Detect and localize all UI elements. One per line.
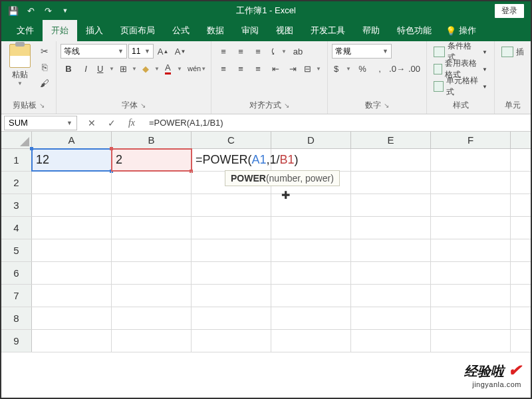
row-header-9[interactable]: 9: [1, 330, 32, 352]
cell-B4[interactable]: [112, 217, 192, 239]
align-top-button[interactable]: ≡: [215, 44, 231, 59]
increase-decimal-button[interactable]: .0→: [389, 61, 405, 76]
format-painter-button[interactable]: 🖌: [37, 76, 52, 90]
tab-data[interactable]: 数据: [198, 20, 233, 41]
paste-button[interactable]: 粘贴 ▼: [5, 44, 35, 98]
cell-A2[interactable]: [32, 172, 112, 194]
column-header-D[interactable]: D: [271, 132, 351, 148]
cell-B2[interactable]: [112, 172, 192, 194]
row-header-7[interactable]: 7: [1, 285, 32, 307]
row-header-4[interactable]: 4: [1, 217, 32, 239]
cell-F3[interactable]: [431, 194, 511, 216]
cell-D5[interactable]: [271, 239, 351, 261]
cell-B7[interactable]: [112, 285, 192, 307]
row-header-1[interactable]: 1: [1, 149, 32, 171]
row-header-2[interactable]: 2: [1, 172, 32, 194]
orientation-button[interactable]: ⤹▼: [267, 44, 289, 59]
insert-cells-button[interactable]: 插: [499, 44, 527, 60]
cell-F6[interactable]: [431, 262, 511, 284]
cell-C8[interactable]: [192, 307, 271, 329]
tab-home[interactable]: 开始: [43, 20, 77, 41]
cell-D7[interactable]: [271, 285, 351, 307]
cell-A1[interactable]: 12: [32, 149, 112, 171]
cell-A3[interactable]: [32, 194, 112, 216]
cell-styles-button[interactable]: 单元格样式▼: [431, 78, 490, 94]
cell-E1[interactable]: [351, 149, 431, 171]
cell-F9[interactable]: [431, 330, 511, 352]
row-header-6[interactable]: 6: [1, 262, 32, 284]
login-button[interactable]: 登录: [495, 4, 524, 18]
cell-D3[interactable]: [271, 194, 351, 216]
tab-special[interactable]: 特色功能: [388, 20, 440, 41]
tab-page-layout[interactable]: 页面布局: [112, 20, 164, 41]
align-center-button[interactable]: ≡: [233, 61, 249, 76]
decrease-indent-button[interactable]: ⇤: [267, 61, 283, 76]
redo-icon[interactable]: ↷: [41, 4, 55, 17]
percent-button[interactable]: %: [354, 61, 370, 76]
align-bottom-button[interactable]: ≡: [250, 44, 266, 59]
tab-formulas[interactable]: 公式: [164, 20, 198, 41]
cancel-formula-button[interactable]: ✕: [84, 118, 100, 128]
bold-button[interactable]: B: [61, 61, 76, 76]
border-button[interactable]: ⊞▼: [118, 61, 139, 76]
cell-C4[interactable]: [192, 217, 271, 239]
tab-developer[interactable]: 开发工具: [302, 20, 354, 41]
tab-review[interactable]: 审阅: [233, 20, 267, 41]
cell-F2[interactable]: [431, 172, 511, 194]
align-middle-button[interactable]: ≡: [233, 44, 249, 59]
italic-button[interactable]: I: [78, 61, 94, 76]
dialog-launcher-icon[interactable]: ↘: [140, 102, 146, 109]
cell-C7[interactable]: [192, 285, 271, 307]
cell-F8[interactable]: [431, 307, 511, 329]
cell-E7[interactable]: [351, 285, 431, 307]
cell-D4[interactable]: [271, 217, 351, 239]
align-right-button[interactable]: ≡: [250, 61, 266, 76]
cell-A8[interactable]: [32, 307, 112, 329]
increase-font-button[interactable]: A▲: [155, 44, 171, 59]
font-name-combo[interactable]: 等线▼: [61, 44, 127, 59]
insert-function-button[interactable]: fx: [124, 118, 140, 128]
cell-C1[interactable]: =POWER(A1,1/B1) POWER(number, power) ✚: [192, 149, 271, 171]
dialog-launcher-icon[interactable]: ↘: [284, 102, 289, 109]
name-box[interactable]: SUM ▼: [4, 116, 77, 130]
decrease-font-button[interactable]: A▼: [172, 44, 188, 59]
cell-D9[interactable]: [271, 330, 351, 352]
cell-E2[interactable]: [351, 172, 431, 194]
cell-F7[interactable]: [431, 285, 511, 307]
dialog-launcher-icon[interactable]: ↘: [39, 102, 45, 109]
cell-A4[interactable]: [32, 217, 112, 239]
dialog-launcher-icon[interactable]: ↘: [384, 102, 389, 109]
cell-A6[interactable]: [32, 262, 112, 284]
cell-F5[interactable]: [431, 239, 511, 261]
align-left-button[interactable]: ≡: [215, 61, 231, 76]
qat-dropdown-icon[interactable]: ▼: [59, 4, 72, 17]
select-all-button[interactable]: [1, 132, 32, 148]
column-header-A[interactable]: A: [32, 132, 112, 148]
tab-view[interactable]: 视图: [267, 20, 302, 41]
cell-E4[interactable]: [351, 217, 431, 239]
tell-me-search[interactable]: 💡 操作: [440, 20, 481, 41]
copy-button[interactable]: ⎘: [37, 60, 52, 74]
cell-F4[interactable]: [431, 217, 511, 239]
row-header-8[interactable]: 8: [1, 307, 32, 329]
wrap-text-button[interactable]: ab: [290, 44, 306, 59]
comma-button[interactable]: ,: [372, 61, 388, 76]
column-header-C[interactable]: C: [192, 132, 271, 148]
cell-C6[interactable]: [192, 262, 271, 284]
increase-indent-button[interactable]: ⇥: [285, 61, 301, 76]
font-color-button[interactable]: A▼: [163, 61, 184, 76]
cell-F1[interactable]: [431, 149, 511, 171]
cell-B9[interactable]: [112, 330, 192, 352]
undo-icon[interactable]: ↶: [24, 4, 37, 17]
column-header-B[interactable]: B: [112, 132, 192, 148]
cell-C5[interactable]: [192, 239, 271, 261]
formula-input[interactable]: =POWER(A1,1/B1): [144, 118, 531, 128]
cell-A7[interactable]: [32, 285, 112, 307]
cut-button[interactable]: ✂: [37, 44, 52, 59]
save-icon[interactable]: 💾: [7, 4, 20, 17]
cell-D8[interactable]: [271, 307, 351, 329]
merge-button[interactable]: ⊟▼: [302, 61, 323, 76]
enter-formula-button[interactable]: ✓: [104, 118, 120, 128]
cell-B6[interactable]: [112, 262, 192, 284]
cell-C9[interactable]: [192, 330, 271, 352]
